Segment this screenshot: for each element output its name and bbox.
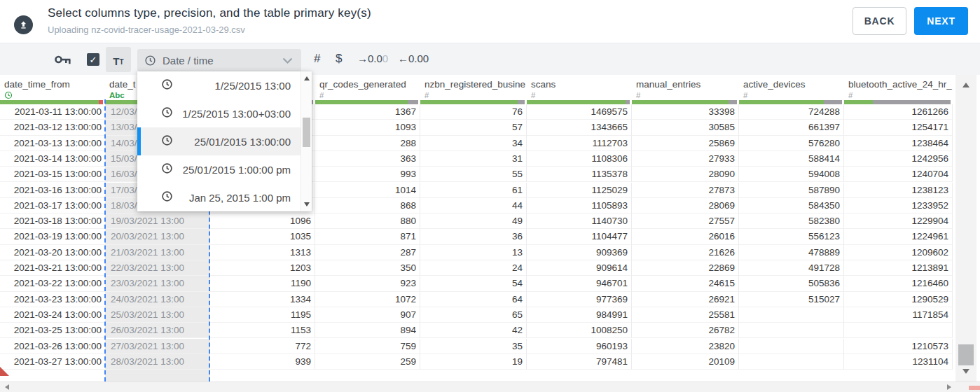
corner-progress-indicator [969,386,980,390]
table-cell: 64 [420,292,527,307]
table-cell: 1072 [315,292,420,307]
dropdown-option-label: Jan 25, 2015 1:00 pm [189,192,291,204]
table-cell: 259 [315,354,420,370]
table-cell: 2021-03-22 13:00:00 [0,276,105,291]
table-cell: 871 [315,229,420,244]
table-cell: 27557 [632,214,739,229]
back-button[interactable]: BACK [853,7,906,35]
column-header-nzbn_registered_busine[interactable]: nzbn_registered_busine# [420,75,527,100]
dropdown-option[interactable]: 25/01/2015 1:00:00 pm [137,155,312,183]
table-cell: 797481 [527,354,632,370]
scroll-up-arrow-icon[interactable] [962,83,969,88]
table-cell: 28069 [632,198,739,214]
column-type-numeric-label: # [315,91,420,100]
table-cell: 1343665 [527,120,632,135]
table-cell: 1135378 [527,167,632,182]
table-cell: 588414 [739,151,844,167]
include-column-checkbox[interactable]: ✓ [87,53,99,66]
table-cell: 505836 [739,276,844,291]
vertical-scrollbar-thumb[interactable] [958,344,974,365]
table-cell: 76 [420,104,527,120]
table-cell: 478889 [739,245,844,260]
next-button[interactable]: NEXT [914,7,968,35]
currency-type-button[interactable]: $ [336,52,342,66]
table-cell: 909614 [527,260,632,276]
table-cell: 44 [420,198,527,214]
column-header-active_devices[interactable]: active_devices# [739,75,844,100]
clock-icon [161,162,173,174]
increase-precision-button[interactable]: →0.00 [357,52,388,64]
table-cell: 1190 [210,276,315,291]
table-cell: 1254171 [844,120,953,135]
column-quality-bar [315,100,418,104]
vertical-scrollbar[interactable] [955,75,976,382]
dropdown-scroll-up-icon[interactable] [304,76,310,80]
table-cell: 1229904 [844,214,953,229]
dropdown-option[interactable]: Jan 25, 2015 1:00 pm [137,183,312,211]
table-cell: 1213891 [844,260,953,276]
table-cell: 26782 [632,323,739,338]
column-name: nzbn_registered_busine [420,75,527,90]
table-cell: 993 [315,167,420,182]
selected-column-highlight [105,370,210,382]
clock-icon [161,78,173,93]
dropdown-scroll-down-icon[interactable] [304,202,310,206]
table-cell: 42 [420,323,527,338]
table-cell: 28090 [632,167,739,182]
column-header-date_time_from[interactable]: date_time_from [0,75,105,100]
table-cell: 1112703 [527,136,632,151]
clock-icon [161,162,173,177]
horizontal-scrollbar[interactable] [0,382,980,392]
table-cell: 22/03/2021 13:00 [105,260,210,276]
dropdown-option[interactable]: 1/25/2015 13:00 [137,71,312,99]
table-cell: 2021-03-27 13:00:00 [0,354,105,370]
table-cell: 1238123 [844,183,953,198]
table-cell: 1216460 [844,276,953,291]
table-cell: 2021-03-17 13:00:00 [0,198,105,214]
table-cell: 24/03/2021 13:00 [105,292,210,307]
table-cell: 661397 [739,120,844,135]
table-row: 2021-03-22 13:00:0023/03/2021 13:0011909… [0,276,953,291]
table-cell: 34 [420,136,527,151]
table-cell: 576280 [739,136,844,151]
column-type-numeric-label: # [527,91,632,100]
table-cell: 1334 [210,292,315,307]
table-cell: 2021-03-12 13:00:00 [0,120,105,135]
dropdown-scrollbar-thumb[interactable] [303,118,310,147]
selected-column-border-left [104,99,106,382]
table-cell: 587890 [739,183,844,198]
decrease-precision-button[interactable]: ←0.00 [398,52,429,64]
scroll-down-arrow-icon[interactable] [962,369,969,374]
table-cell: 49 [420,214,527,229]
column-header-manual_entries[interactable]: manual_entries# [632,75,739,100]
csv-upload-wizard: Select columns type, precision, and the … [0,0,980,392]
table-cell: 1171854 [844,307,953,323]
numeric-type-button[interactable]: # [314,52,320,66]
column-header-scans[interactable]: scans# [527,75,632,100]
scroll-left-arrow-icon[interactable] [5,384,9,390]
datetime-format-dropdown: 1/25/2015 13:001/25/2015 13:00+03:0025/0… [137,71,312,211]
dropdown-option[interactable]: 1/25/2015 13:00+03:00 [137,99,312,127]
table-cell: 2021-03-25 13:00:00 [0,323,105,338]
table-cell: 57 [420,120,527,135]
primary-key-icon[interactable] [55,54,72,68]
scroll-right-arrow-icon[interactable] [947,384,951,390]
dropdown-option-label: 1/25/2015 13:00 [215,80,291,92]
table-cell: 1313 [210,245,315,260]
table-cell: 54 [420,276,527,291]
clock-icon [161,190,173,202]
table-cell: 515027 [739,292,844,307]
table-cell: 21626 [632,245,739,260]
table-cell: 907 [315,307,420,323]
column-quality-bar [739,100,842,104]
column-header-qr_codes_generated[interactable]: qr_codes_generated# [315,75,420,100]
column-header-bluetooth_active_24_hr_[interactable]: bluetooth_active_24_hr_# [844,75,953,100]
text-type-button[interactable]: TT [106,47,131,72]
dropdown-scrollbar[interactable] [301,71,312,211]
dropdown-option[interactable]: 25/01/2015 13:00:00 [137,127,312,155]
datetime-format-select[interactable]: Date / time [137,49,301,71]
clock-icon [161,134,173,149]
column-type-numeric-label: # [632,91,739,100]
table-cell: 22869 [632,260,739,276]
table-cell: 1290529 [844,292,953,307]
